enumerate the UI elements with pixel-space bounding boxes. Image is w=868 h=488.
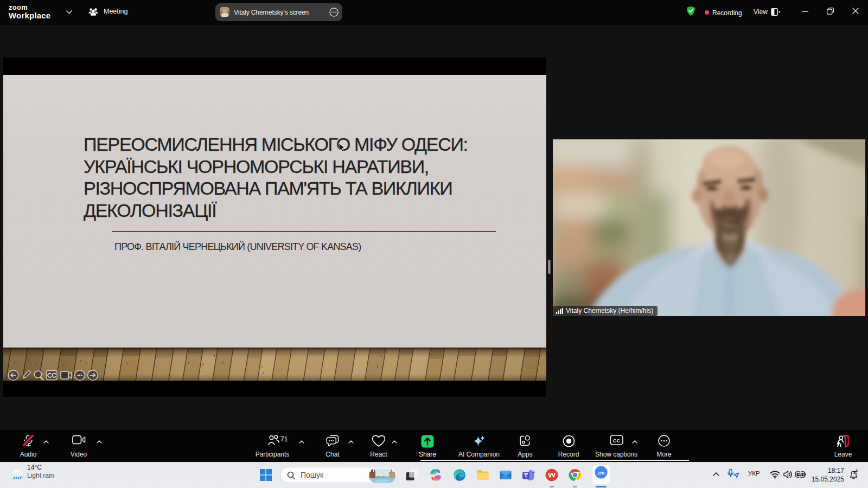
svg-text:zm: zm [598,470,605,476]
svg-text:CC: CC [613,438,620,444]
